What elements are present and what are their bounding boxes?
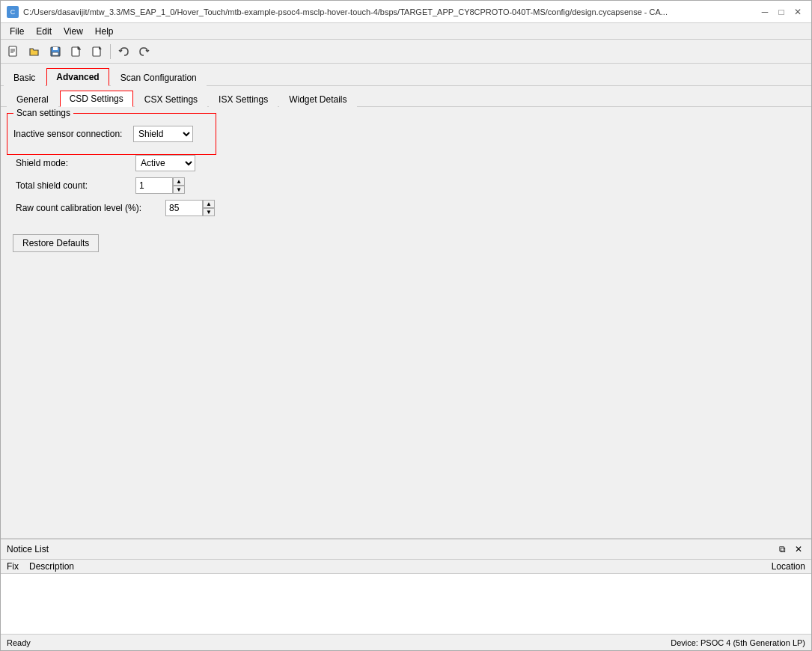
minimize-button[interactable]: ─ xyxy=(757,4,772,19)
notice-content xyxy=(1,574,811,634)
scan-settings-title: Scan settings xyxy=(13,108,73,118)
import-button[interactable] xyxy=(88,42,107,61)
title-bar-controls: ─ □ ✕ xyxy=(757,4,805,19)
notice-list: Notice List ⧉ ✕ Fix Description Location xyxy=(1,538,811,634)
tab-widget-details[interactable]: Widget Details xyxy=(279,91,356,107)
notice-header: Notice List ⧉ ✕ xyxy=(1,540,811,560)
close-button[interactable]: ✕ xyxy=(790,4,805,19)
title-bar-left: C C:/Users/dasavijit/mtw_3.3/MS_EAP_1_0/… xyxy=(7,6,668,18)
tab-general[interactable]: General xyxy=(7,91,58,107)
notice-header-controls: ⧉ ✕ xyxy=(775,542,805,556)
tab-isx-settings[interactable]: ISX Settings xyxy=(209,91,278,107)
raw-count-label: Raw count calibration level (%): xyxy=(16,203,165,213)
total-shield-label: Total shield count: xyxy=(16,180,135,191)
notice-columns: Fix Description Location xyxy=(1,560,811,574)
menu-bar: File Edit View Help xyxy=(1,23,811,40)
raw-count-row: Raw count calibration level (%): 85 ▲ ▼ xyxy=(13,200,805,216)
svg-rect-6 xyxy=(52,52,58,55)
total-shield-spinbox: 1 ▲ ▼ xyxy=(135,177,185,194)
inactive-sensor-control: Shield Ground Float xyxy=(133,126,193,142)
shield-mode-control: Active Passive xyxy=(135,155,195,171)
tab-scan-configuration[interactable]: Scan Configuration xyxy=(111,69,207,86)
toolbar xyxy=(1,40,811,64)
total-shield-down[interactable]: ▼ xyxy=(173,186,185,194)
raw-count-down[interactable]: ▼ xyxy=(203,208,215,216)
shield-mode-row: Shield mode: Active Passive xyxy=(13,155,805,171)
shield-mode-label: Shield mode: xyxy=(16,158,135,168)
undo-button[interactable] xyxy=(114,42,133,61)
inner-tab-bar: General CSD Settings CSX Settings ISX Se… xyxy=(1,86,811,107)
status-bar: Ready Device: PSOC 4 (5th Generation LP) xyxy=(1,634,811,650)
raw-count-input[interactable]: 85 xyxy=(165,200,203,216)
raw-count-spinbox-btns: ▲ ▼ xyxy=(203,200,215,216)
status-left: Ready xyxy=(7,638,31,647)
tab-csx-settings[interactable]: CSX Settings xyxy=(135,91,207,107)
inactive-sensor-label: Inactive sensor connection: xyxy=(13,129,133,139)
inactive-sensor-dropdown[interactable]: Shield Ground Float xyxy=(133,126,193,142)
save-button[interactable] xyxy=(46,42,65,61)
tab-basic[interactable]: Basic xyxy=(4,69,45,86)
notice-restore-button[interactable]: ⧉ xyxy=(775,542,789,556)
inactive-sensor-row: Inactive sensor connection: Shield Groun… xyxy=(13,126,210,142)
menu-view[interactable]: View xyxy=(58,25,89,38)
svg-rect-5 xyxy=(53,47,58,50)
raw-count-spinbox: 85 ▲ ▼ xyxy=(165,200,215,216)
total-shield-spinbox-btns: ▲ ▼ xyxy=(173,177,185,194)
menu-help[interactable]: Help xyxy=(89,25,120,38)
notice-close-button[interactable]: ✕ xyxy=(792,542,805,556)
notice-list-title: Notice List xyxy=(7,544,49,554)
maximize-button[interactable]: □ xyxy=(774,4,789,19)
raw-count-up[interactable]: ▲ xyxy=(203,200,215,208)
redo-button[interactable] xyxy=(135,42,154,61)
total-shield-input[interactable]: 1 xyxy=(135,177,173,194)
tab-advanced[interactable]: Advanced xyxy=(46,68,109,86)
notice-col-description: Description xyxy=(29,561,745,572)
restore-defaults-button[interactable]: Restore Defaults xyxy=(13,234,99,252)
export-button[interactable] xyxy=(67,42,86,61)
toolbar-separator xyxy=(110,44,111,59)
total-shield-up[interactable]: ▲ xyxy=(173,177,185,186)
scan-settings-group: Scan settings Inactive sensor connection… xyxy=(7,113,216,155)
shield-mode-dropdown[interactable]: Active Passive xyxy=(135,155,195,171)
menu-file[interactable]: File xyxy=(4,25,30,38)
new-button[interactable] xyxy=(4,42,23,61)
menu-edit[interactable]: Edit xyxy=(30,25,58,38)
app-icon: C xyxy=(7,6,19,18)
content-panel: Scan settings Inactive sensor connection… xyxy=(1,107,811,538)
status-right: Device: PSOC 4 (5th Generation LP) xyxy=(671,638,805,647)
tab-csd-settings[interactable]: CSD Settings xyxy=(60,91,133,107)
notice-col-fix: Fix xyxy=(7,561,29,572)
notice-col-location: Location xyxy=(745,561,805,572)
outer-tab-bar: Basic Advanced Scan Configuration xyxy=(1,64,811,86)
total-shield-row: Total shield count: 1 ▲ ▼ xyxy=(13,177,805,194)
title-bar: C C:/Users/dasavijit/mtw_3.3/MS_EAP_1_0/… xyxy=(1,1,811,23)
main-content: General CSD Settings CSX Settings ISX Se… xyxy=(1,86,811,538)
open-button[interactable] xyxy=(25,42,44,61)
title-bar-title: C:/Users/dasavijit/mtw_3.3/MS_EAP_1_0/Ho… xyxy=(23,7,668,16)
